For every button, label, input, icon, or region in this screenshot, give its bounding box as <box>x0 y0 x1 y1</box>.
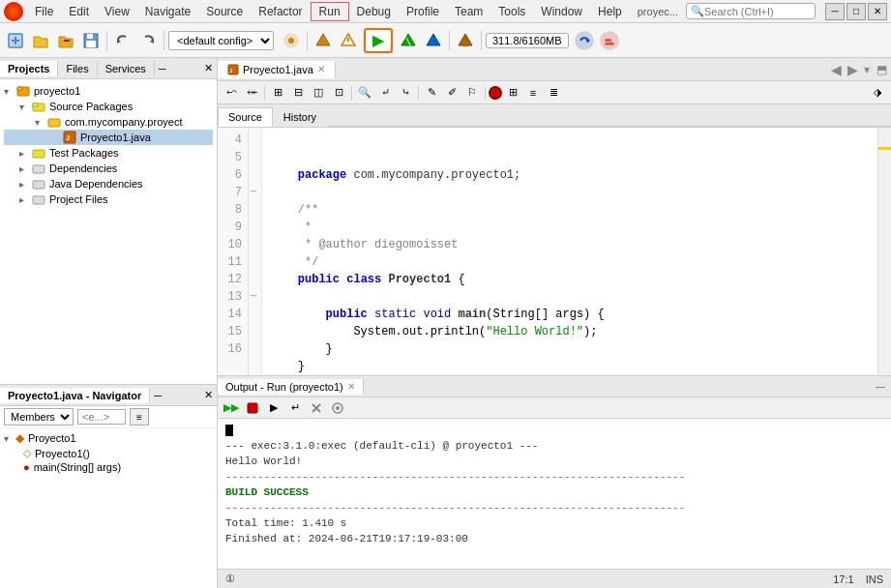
tree-node-project-files[interactable]: ▸ Project Files <box>4 191 213 207</box>
maximize-button[interactable]: □ <box>846 3 866 20</box>
et-btn-16[interactable]: ≣ <box>544 84 563 102</box>
et-btn-11[interactable]: ✐ <box>442 84 461 102</box>
clean-build-btn[interactable] <box>337 29 360 52</box>
et-btn-6[interactable]: ⊡ <box>329 84 348 102</box>
search-box[interactable]: 🔍 <box>686 3 816 19</box>
tree-node-proyecto1-java[interactable]: ▸ J Proyecto1.java <box>4 130 213 145</box>
code-editor[interactable]: 45678910111213141516 ─ ─ package com.myc… <box>218 128 877 375</box>
next-run-btn[interactable]: ▶ <box>264 399 283 417</box>
tab-services[interactable]: Services <box>98 61 155 76</box>
debug-btn[interactable] <box>397 29 420 52</box>
expand-arrow[interactable]: ▾ <box>4 86 15 97</box>
stop-btn[interactable] <box>243 399 262 417</box>
nav-item-main[interactable]: ● main(String[] args) <box>4 460 213 474</box>
menu-source[interactable]: Source <box>198 3 251 20</box>
et-btn-3[interactable]: ⊞ <box>268 84 287 102</box>
nav-filter-input[interactable] <box>77 409 126 425</box>
toggle-breakpoint-btn[interactable] <box>489 86 502 100</box>
menu-view[interactable]: View <box>97 3 137 20</box>
et-btn-12[interactable]: ⚐ <box>462 84 482 102</box>
open-project-btn[interactable] <box>29 29 52 52</box>
heap-btn[interactable] <box>598 29 621 52</box>
et-btn-7[interactable]: 🔍 <box>355 84 374 102</box>
members-select[interactable]: Members <box>4 408 74 426</box>
run-project-btn[interactable]: ▶ <box>364 28 393 53</box>
expand-editor-btn[interactable]: ⬗ <box>868 84 887 102</box>
tree-node-source-packages[interactable]: ▾ Source Packages <box>4 99 213 114</box>
nav-item-constructor[interactable]: ◇ Proyecto1() <box>4 446 213 460</box>
panel-minimize-btn[interactable]: ─ <box>155 63 170 74</box>
et-btn-1[interactable]: ⬿ <box>222 84 241 102</box>
tab-menu-btn[interactable]: ▾ <box>864 63 870 76</box>
expand-arrow-sp[interactable]: ▾ <box>19 102 31 112</box>
tree-node-test-packages[interactable]: ▸ Test Packages <box>4 145 213 161</box>
gc-btn[interactable] <box>573 29 596 52</box>
et-btn-5[interactable]: ◫ <box>309 84 328 102</box>
nav-expand-arrow[interactable]: ▾ <box>4 433 15 444</box>
history-tab[interactable]: History <box>273 107 327 127</box>
expand-arrow-projfiles[interactable]: ▸ <box>19 194 31 205</box>
navigator-close-btn[interactable]: ✕ <box>200 389 217 401</box>
menu-debug[interactable]: Debug <box>349 3 399 20</box>
et-btn-4[interactable]: ⊟ <box>288 84 308 102</box>
tab-navigator[interactable]: Proyecto1.java - Navigator <box>0 388 150 403</box>
expand-arrow-javadep[interactable]: ▸ <box>19 179 31 190</box>
output-minimize-btn[interactable]: ─ <box>870 377 891 397</box>
menu-profile[interactable]: Profile <box>399 3 447 20</box>
output-tab-run[interactable]: Output - Run (proyecto1) ✕ <box>218 379 364 395</box>
project-properties-btn[interactable] <box>280 29 303 52</box>
search-input[interactable] <box>704 6 811 17</box>
editor-scrollbar[interactable] <box>877 128 891 375</box>
code-content[interactable]: package com.mycompany.proyecto1; /** * *… <box>262 128 877 375</box>
tab-files[interactable]: Files <box>58 61 97 76</box>
menu-team[interactable]: Team <box>447 3 490 20</box>
menu-window[interactable]: Window <box>533 3 590 20</box>
output-settings-btn[interactable] <box>328 399 347 417</box>
nav-sort-btn[interactable]: ≡ <box>130 408 149 426</box>
source-tab[interactable]: Source <box>218 107 273 127</box>
menu-help[interactable]: Help <box>590 3 630 20</box>
menu-run[interactable]: Run <box>311 2 349 21</box>
tree-node-dependencies[interactable]: ▸ Dependencies <box>4 161 213 176</box>
minimize-button[interactable]: ─ <box>825 3 845 20</box>
debug-test-btn[interactable] <box>422 29 445 52</box>
tree-node-java-dependencies[interactable]: ▸ Java Dependencies <box>4 176 213 191</box>
tab-projects[interactable]: Projects <box>0 61 58 76</box>
restore-btn[interactable]: ⬒ <box>876 63 887 76</box>
wrap-btn[interactable]: ↵ <box>285 399 305 417</box>
et-btn-9[interactable]: ⤷ <box>396 84 415 102</box>
memory-badge[interactable]: 311.8/6160MB <box>486 33 569 48</box>
expand-arrow-dep[interactable]: ▸ <box>19 163 31 174</box>
rerun-btn[interactable]: ▶▶ <box>222 399 241 417</box>
undo-btn[interactable] <box>111 29 134 52</box>
close-button[interactable]: ✕ <box>868 3 887 20</box>
profile-btn[interactable] <box>454 29 477 52</box>
et-btn-14[interactable]: ⊞ <box>503 84 522 102</box>
output-close-btn[interactable]: ✕ <box>347 381 355 392</box>
redo-btn[interactable] <box>136 29 160 52</box>
clear-btn[interactable] <box>307 399 326 417</box>
expand-arrow-com[interactable]: ▾ <box>35 117 46 128</box>
close-project-btn[interactable] <box>54 29 77 52</box>
et-btn-2[interactable]: ⬾ <box>242 84 261 102</box>
editor-tab-proyecto1[interactable]: J Proyecto1.java ✕ <box>218 61 336 78</box>
menu-file[interactable]: File <box>27 3 61 20</box>
expand-arrow-test[interactable]: ▸ <box>19 148 31 159</box>
output-content[interactable]: --- exec:3.1.0:exec (default-cli) @ proy… <box>218 419 891 569</box>
et-btn-10[interactable]: ✎ <box>422 84 441 102</box>
menu-navigate[interactable]: Navigate <box>137 3 198 20</box>
tree-node-com-package[interactable]: ▾ com.mycompany.proyect <box>4 114 213 130</box>
new-project-btn[interactable] <box>4 29 27 52</box>
config-select[interactable]: <default config> <box>168 31 274 50</box>
prev-tab-btn[interactable]: ◀ <box>831 62 842 77</box>
save-all-btn[interactable] <box>79 29 103 52</box>
menu-tools[interactable]: Tools <box>490 3 533 20</box>
next-tab-btn[interactable]: ▶ <box>847 62 858 77</box>
status-notification[interactable]: ① <box>225 573 235 585</box>
tab-close-btn[interactable]: ✕ <box>317 64 325 74</box>
panel-close-btn[interactable]: ✕ <box>200 62 217 74</box>
et-btn-15[interactable]: ≡ <box>523 84 543 102</box>
et-btn-8[interactable]: ⤶ <box>375 84 395 102</box>
build-btn[interactable] <box>312 29 335 52</box>
nav-item-class[interactable]: ▾ ◆ Proyecto1 <box>4 430 213 446</box>
